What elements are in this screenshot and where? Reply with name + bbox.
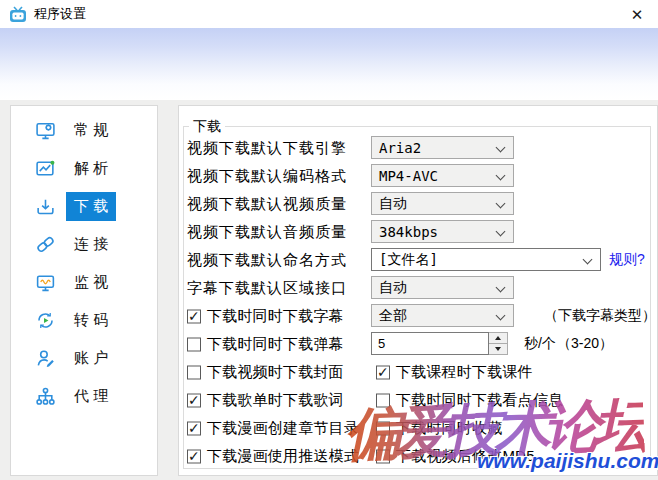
proxy-network-icon	[35, 386, 56, 407]
checkbox-label: 下载视频时下载封面	[207, 363, 344, 382]
checkbox-box	[376, 393, 390, 407]
workspace: 常 规 解 析 下 载	[0, 100, 658, 480]
checkbox-modify-md5[interactable]: 下载视频后修改MD5	[376, 447, 535, 466]
video-quality-select[interactable]: 自动	[371, 192, 514, 215]
checkbox-label: 下载时同时下载字幕	[207, 307, 344, 326]
checkbox-download-highlights[interactable]: 下载时同时下载看点信息	[376, 391, 563, 410]
field-label: 视频下载默认命名方式	[187, 251, 347, 270]
field-label: 视频下载默认音频质量	[187, 223, 347, 242]
field-label: 视频下载默认视频质量	[187, 195, 347, 214]
sidebar-item-account[interactable]: 账 户	[11, 339, 157, 377]
sidebar-item-label: 解 析	[66, 154, 116, 183]
checkbox-manga-chapter-dirs[interactable]: 下载漫画创建章节目录	[187, 419, 359, 438]
sidebar-item-monitor[interactable]: 监 视	[11, 263, 157, 301]
chevron-down-icon	[496, 311, 506, 321]
monitor-wave-icon	[35, 272, 56, 293]
sidebar-item-label: 账 户	[66, 344, 116, 373]
transcode-cycle-icon	[35, 310, 56, 331]
row-download-engine: 视频下载默认下载引擎 Aria2	[179, 136, 657, 160]
row-naming-pattern: 视频下载默认命名方式 [文件名] 规则?	[179, 248, 657, 272]
chevron-down-icon	[583, 255, 593, 265]
window-title: 程序设置	[34, 5, 86, 23]
select-value: 384kbps	[379, 224, 438, 240]
spinner-buttons	[489, 332, 508, 355]
row-video-quality: 视频下载默认视频质量 自动	[179, 192, 657, 216]
sidebar-item-label: 下 载	[66, 192, 116, 221]
user-pen-icon	[35, 348, 56, 369]
sidebar-item-label: 代 理	[66, 382, 116, 411]
checkbox-box	[187, 449, 201, 463]
sidebar-item-parse[interactable]: 解 析	[11, 149, 157, 187]
monitor-gear-icon	[35, 120, 56, 141]
danmaku-range-note: （3-20）	[557, 335, 613, 353]
select-value: 全部	[379, 307, 407, 325]
sidebar-item-download[interactable]: 下 载	[11, 187, 157, 225]
danmaku-interval-input[interactable]: 5	[371, 332, 489, 355]
chevron-down-icon	[496, 171, 506, 181]
chevron-down-icon	[496, 199, 506, 209]
checkbox-box	[187, 393, 201, 407]
checkbox-box	[376, 449, 390, 463]
checkbox-download-cover[interactable]: 下载视频时下载封面	[187, 363, 344, 382]
row-checkbox-pair-2: 下载歌单时下载歌词 下载时同时下载看点信息	[179, 388, 657, 412]
select-value: Aria2	[379, 140, 421, 156]
sidebar-item-general[interactable]: 常 规	[11, 111, 157, 149]
sidebar-item-label: 常 规	[66, 116, 116, 145]
subtitle-type-note: （下载字幕类型）	[544, 307, 656, 325]
subtitle-type-select[interactable]: 全部	[371, 304, 514, 327]
sidebar-item-connection[interactable]: 连 接	[11, 225, 157, 263]
danmaku-unit-note: 秒/个	[524, 335, 556, 353]
naming-rules-link[interactable]: 规则?	[609, 251, 645, 269]
row-encoding-format: 视频下载默认编码格式 MP4-AVC	[179, 164, 657, 188]
checkbox-box	[376, 365, 390, 379]
checkbox-box	[187, 337, 201, 351]
sidebar-item-label: 连 接	[66, 230, 116, 259]
download-settings-panel: 下载 视频下载默认下载引擎 Aria2 视频下载默认编码格式 MP4-AVC 视…	[178, 105, 658, 476]
link-chain-icon	[35, 234, 56, 255]
field-label: 字幕下载默认区域接口	[187, 279, 347, 298]
checkbox-favorite-while-download[interactable]: 下载时同时收藏	[376, 419, 502, 438]
checkbox-box	[376, 421, 390, 435]
checkbox-label: 下载时同时下载看点信息	[396, 391, 563, 410]
chevron-down-icon	[496, 283, 506, 293]
naming-pattern-combobox[interactable]: [文件名]	[371, 248, 601, 271]
row-checkbox-pair-4: 下载漫画使用推送模式 下载视频后修改MD5	[179, 444, 657, 468]
spinner-up-button[interactable]	[489, 332, 508, 344]
triangle-down-icon	[495, 347, 501, 351]
app-logo-icon	[9, 6, 27, 23]
checkbox-box	[187, 365, 201, 379]
checkbox-box	[187, 421, 201, 435]
checkbox-box	[187, 309, 201, 323]
row-subtitle-region: 字幕下载默认区域接口 自动	[179, 276, 657, 300]
chevron-down-icon	[496, 143, 506, 153]
checkbox-download-danmaku[interactable]: 下载时同时下载弹幕	[187, 335, 344, 354]
select-value: MP4-AVC	[379, 168, 438, 184]
field-label: 视频下载默认下载引擎	[187, 139, 347, 158]
checkbox-label: 下载时同时下载弹幕	[207, 335, 344, 354]
settings-sidebar: 常 规 解 析 下 载	[10, 105, 158, 476]
checkbox-manga-push-mode[interactable]: 下载漫画使用推送模式	[187, 447, 359, 466]
close-icon[interactable]: ✕	[625, 4, 649, 26]
spinner-down-button[interactable]	[489, 344, 508, 355]
checkbox-download-subtitles[interactable]: 下载时同时下载字幕	[187, 307, 344, 326]
checkbox-label: 下载漫画使用推送模式	[207, 447, 359, 466]
select-value: [文件名]	[379, 251, 438, 269]
checkbox-label: 下载时同时收藏	[396, 419, 502, 438]
settings-window: { "window": { "title": "程序设置", "close_gl…	[0, 0, 658, 480]
sidebar-item-proxy[interactable]: 代 理	[11, 377, 157, 415]
sidebar-item-transcode[interactable]: 转 码	[11, 301, 157, 339]
encoding-select[interactable]: MP4-AVC	[371, 164, 514, 187]
checkbox-label: 下载漫画创建章节目录	[207, 419, 359, 438]
checkbox-download-lyrics[interactable]: 下载歌单时下载歌词	[187, 391, 344, 410]
row-download-danmaku: 下载时同时下载弹幕 5 秒/个 （3-20）	[179, 332, 657, 356]
groupbox-title: 下载	[189, 118, 225, 136]
checkbox-label: 下载课程时下载课件	[396, 363, 533, 382]
checkbox-download-courseware[interactable]: 下载课程时下载课件	[376, 363, 533, 382]
engine-select[interactable]: Aria2	[371, 136, 514, 159]
checkbox-label: 下载歌单时下载歌词	[207, 391, 344, 410]
row-checkbox-pair-1: 下载视频时下载封面 下载课程时下载课件	[179, 360, 657, 384]
subtitle-region-select[interactable]: 自动	[371, 276, 514, 299]
download-tray-icon	[35, 196, 56, 217]
audio-quality-select[interactable]: 384kbps	[371, 220, 514, 243]
row-checkbox-pair-3: 下载漫画创建章节目录 下载时同时收藏	[179, 416, 657, 440]
